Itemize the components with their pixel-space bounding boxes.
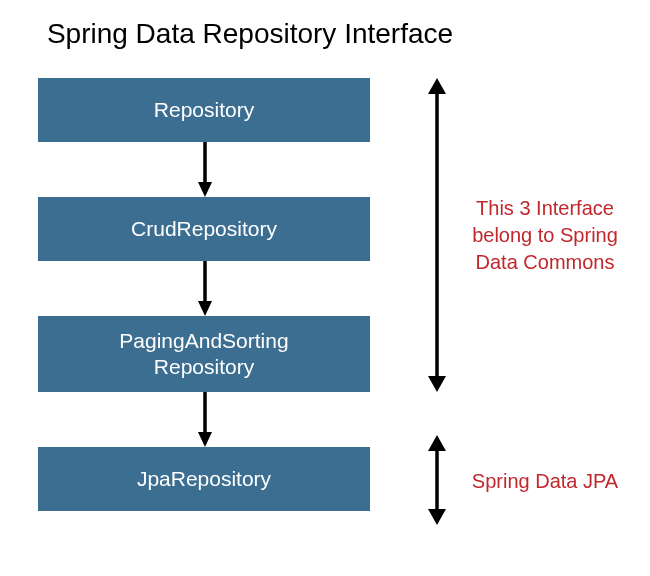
annotation-commons: This 3 Interfacebelong to SpringData Com… xyxy=(460,195,630,276)
box-repository-label: Repository xyxy=(154,97,254,123)
svg-marker-8 xyxy=(428,376,446,392)
box-crud-repository-label: CrudRepository xyxy=(131,216,277,242)
range-arrow-jpa xyxy=(428,435,446,529)
box-jpa-repository-label: JpaRepository xyxy=(137,466,271,492)
range-arrow-commons xyxy=(428,78,446,396)
svg-marker-5 xyxy=(198,432,212,447)
box-crud-repository: CrudRepository xyxy=(38,197,370,261)
diagram-title: Spring Data Repository Interface xyxy=(0,18,500,50)
svg-marker-11 xyxy=(428,509,446,525)
svg-marker-1 xyxy=(198,182,212,197)
box-paging-sorting-repository-label: PagingAndSortingRepository xyxy=(119,328,288,381)
inheritance-arrow-2 xyxy=(198,261,212,316)
box-paging-sorting-repository: PagingAndSortingRepository xyxy=(38,316,370,392)
svg-marker-3 xyxy=(198,301,212,316)
inheritance-arrow-3 xyxy=(198,392,212,447)
box-repository: Repository xyxy=(38,78,370,142)
box-jpa-repository: JpaRepository xyxy=(38,447,370,511)
annotation-jpa: Spring Data JPA xyxy=(460,468,630,495)
inheritance-arrow-1 xyxy=(198,142,212,197)
